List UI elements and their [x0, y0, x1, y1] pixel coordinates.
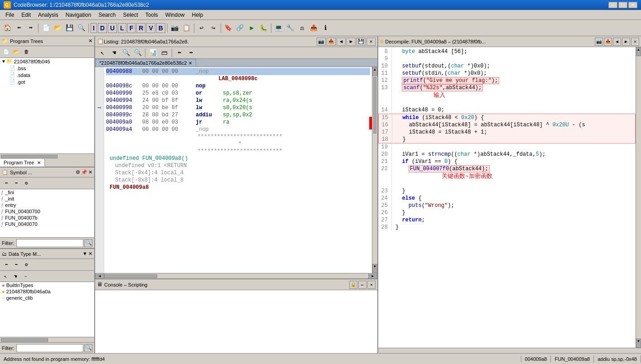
dt-hand[interactable]: ☚: [11, 272, 20, 281]
menu-file[interactable]: File: [2, 11, 18, 19]
pt-hscroll-thumb[interactable]: [1, 155, 58, 158]
menu-tools[interactable]: Tools: [142, 11, 162, 19]
listing-tab-active[interactable]: *2104878f0fb046a0a1766a2e80e538c2 ✕: [95, 59, 196, 67]
sym-action[interactable]: ⚙: [22, 179, 31, 188]
dt-filter-btn[interactable]: 🔍: [84, 344, 92, 352]
maximize-button[interactable]: □: [618, 2, 627, 8]
pt-new[interactable]: 📄: [2, 48, 11, 57]
dt-cursor[interactable]: ↖: [1, 272, 10, 281]
toolbar-snapshot[interactable]: 📷: [169, 23, 180, 34]
toolbar-btn2[interactable]: 📂: [52, 23, 63, 34]
pt-open[interactable]: 📂: [12, 48, 21, 57]
symbol-item-entry[interactable]: ƒ entry: [0, 202, 94, 208]
symbol-item-fun1[interactable]: ƒ FUN_00400700: [0, 208, 94, 215]
listing-line-param3[interactable]: Stack[-0x8]:4 local_8: [106, 177, 370, 184]
toolbar-U[interactable]: U: [108, 23, 117, 33]
lt-arrow-right[interactable]: ➡: [186, 48, 197, 58]
tree-item-bss[interactable]: 📄 .bss: [0, 65, 94, 72]
toolbar-undo[interactable]: ↩: [196, 23, 207, 34]
toolbar-V[interactable]: V: [146, 23, 155, 33]
listing-vscroll-thumb[interactable]: [373, 77, 376, 134]
listing-tab-close[interactable]: ✕: [188, 61, 192, 66]
tree-item-root[interactable]: ▼ 📁 2104878f0fb046: [0, 58, 94, 65]
decompile-vscroll[interactable]: ▲ ▼: [636, 47, 641, 348]
listing-snap[interactable]: 📷: [317, 38, 326, 46]
lt-flow[interactable]: 🗃: [159, 48, 170, 58]
toolbar-L[interactable]: L: [118, 23, 126, 33]
symbol-item-fini[interactable]: ƒ _fini: [0, 189, 94, 196]
console-edit[interactable]: ✏: [358, 281, 366, 289]
sym-forward[interactable]: ➡: [12, 179, 21, 188]
listing-save[interactable]: 💾: [357, 38, 366, 46]
listing-left[interactable]: ◀: [337, 38, 346, 46]
pt-delete[interactable]: 🗑: [22, 48, 31, 57]
pt-hscroll[interactable]: [0, 153, 94, 159]
program-trees-close[interactable]: ✕: [88, 38, 92, 44]
dt-item-archive[interactable]: ● 2104878f0fb046a0a: [0, 288, 94, 295]
lt-cursor[interactable]: ↖: [97, 48, 108, 58]
listing-right[interactable]: ▶: [347, 38, 356, 46]
decompile-right[interactable]: ▶: [622, 38, 630, 46]
listing-line-param2[interactable]: Stack[-0x4]:4 local_4: [106, 169, 370, 177]
lt-zoom-out[interactable]: 🔍: [132, 48, 143, 58]
toolbar-R[interactable]: R: [136, 23, 145, 33]
decompile-vscroll-up[interactable]: ▲: [636, 47, 641, 56]
dt-item-builtin[interactable]: ● BuiltInTypes: [0, 282, 94, 288]
listing-line-funcdef[interactable]: undefined FUN_004009a8(): [106, 155, 370, 162]
listing-vscroll-down[interactable]: ▼: [372, 264, 377, 273]
listing-line-5[interactable]: 00400998 20 00 be 8f lw s8,0x20(s: [106, 104, 370, 111]
program-tree-tab[interactable]: Program Tree ✕: [0, 159, 45, 167]
toolbar-bookmark[interactable]: 🔖: [223, 23, 234, 34]
decompile-body[interactable]: 8 byte abStack44 [56]; 9 10 setbuf(stdou…: [378, 47, 636, 348]
console-lock[interactable]: 🔒: [349, 281, 357, 289]
menu-navigation[interactable]: Navigation: [62, 11, 95, 19]
toolbar-btn1[interactable]: 📄: [40, 23, 51, 34]
listing-line-param1[interactable]: undefined v0:1 <RETURN: [106, 162, 370, 169]
dt-action[interactable]: ⚙: [22, 260, 31, 269]
toolbar-I[interactable]: I: [91, 23, 97, 33]
symbol-filter-input[interactable]: [16, 239, 84, 247]
minimize-button[interactable]: ─: [608, 2, 617, 8]
program-tree-tab-close[interactable]: ✕: [37, 160, 41, 165]
toolbar-F[interactable]: F: [127, 23, 136, 33]
lt-graph[interactable]: 📊: [147, 48, 158, 58]
toolbar-forward[interactable]: ➡: [25, 23, 36, 34]
menu-analysis[interactable]: Analysis: [34, 11, 62, 19]
listing-line-6[interactable]: 0040099c 28 00 bd 27 addiu sp,sp,0x2: [106, 111, 370, 119]
dt-hscroll[interactable]: [0, 337, 94, 342]
toolbar-run[interactable]: ▶: [246, 23, 257, 34]
listing-line-3[interactable]: 00400990 25 e8 c0 03 or sp,s8,zer: [106, 90, 370, 97]
decompile-hscroll[interactable]: [378, 348, 641, 353]
dt-hscroll-thumb[interactable]: [1, 338, 48, 342]
symbol-settings[interactable]: ⚙: [76, 169, 80, 175]
menu-search[interactable]: Search: [95, 11, 119, 19]
listing-hscroll[interactable]: ◀ ▶: [95, 273, 377, 278]
decompile-vscroll-down[interactable]: ▼: [636, 339, 641, 348]
symbol-item-fun3[interactable]: ƒ FUN_0040070: [0, 221, 94, 227]
listing-close[interactable]: ✕: [366, 38, 376, 46]
listing-line-lab[interactable]: LAB_0040098c: [106, 75, 370, 82]
sym-back[interactable]: ⬅: [2, 179, 11, 188]
listing-line-2[interactable]: 0040098c 00 00 00 00 nop: [106, 82, 370, 90]
decompile-export[interactable]: 📤: [604, 38, 612, 46]
listing-hscroll-thumb[interactable]: [104, 274, 157, 278]
dt-back[interactable]: ⬅: [2, 260, 11, 269]
decompile-close[interactable]: ✕: [631, 38, 639, 46]
toolbar-D[interactable]: D: [98, 23, 107, 33]
toolbar-btn3[interactable]: 💾: [64, 23, 75, 34]
toolbar-refs[interactable]: 🔗: [235, 23, 246, 34]
toolbar-B[interactable]: B: [156, 23, 165, 33]
menu-help[interactable]: Help: [188, 11, 207, 19]
dt-forward[interactable]: ➡: [12, 260, 21, 269]
toolbar-diff[interactable]: ⚖: [297, 23, 308, 34]
listing-line-7[interactable]: 004009a0 08 00 e0 03 jr ra: [106, 119, 370, 126]
symbol-item-init[interactable]: ƒ _init: [0, 196, 94, 202]
toolbar-new[interactable]: 🏠: [2, 23, 13, 34]
listing-body[interactable]: 00400988 00 00 00 00 _nop LAB_0040098c 0…: [104, 67, 372, 273]
toolbar-export[interactable]: 📤: [308, 23, 319, 34]
toolbar-mem[interactable]: 💻: [273, 23, 284, 34]
symbol-close[interactable]: ✕: [88, 169, 92, 175]
tree-item-got[interactable]: 📄 .got: [0, 78, 94, 85]
listing-vscroll-up[interactable]: ▲: [372, 67, 377, 76]
toolbar-redo[interactable]: ↪: [208, 23, 219, 34]
